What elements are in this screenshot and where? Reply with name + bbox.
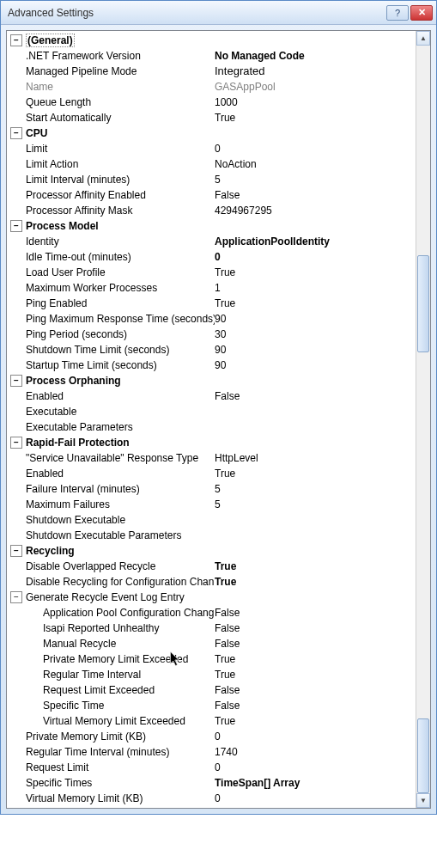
category-general[interactable]: − (General) xyxy=(9,33,428,48)
scrollbar-thumb-upper[interactable] xyxy=(417,255,429,352)
close-button[interactable]: ✕ xyxy=(410,5,433,21)
prop-ping-period[interactable]: Ping Period (seconds) 30 xyxy=(9,327,428,342)
prop-startup-time-limit[interactable]: Startup Time Limit (seconds) 90 xyxy=(9,358,428,373)
prop-manual-recycle[interactable]: Manual Recycle False xyxy=(9,636,428,651)
category-recycling[interactable]: − Recycling xyxy=(9,543,428,559)
prop-value[interactable]: True xyxy=(215,667,413,682)
prop-isapi-unhealthy[interactable]: Isapi Reported Unhealthy False xyxy=(9,620,428,636)
prop-private-memory-exceeded[interactable]: Private Memory Limit Exceeded True xyxy=(9,651,428,667)
prop-managed-pipeline-mode[interactable]: Managed Pipeline Mode Integrated xyxy=(9,64,428,79)
prop-shutdown-executable[interactable]: Shutdown Executable xyxy=(9,512,428,528)
prop-disable-overlapped-recycle[interactable]: Disable Overlapped Recycle True xyxy=(9,559,428,574)
prop-value[interactable]: 90 xyxy=(215,358,413,373)
prop-value[interactable]: 5 xyxy=(215,497,413,512)
prop-private-memory-kb[interactable]: Private Memory Limit (KB) 0 xyxy=(9,729,428,744)
collapse-icon[interactable]: − xyxy=(10,220,22,232)
prop-failure-interval[interactable]: Failure Interval (minutes) 5 xyxy=(9,481,428,497)
prop-value[interactable]: True xyxy=(215,296,413,311)
scroll-down-icon[interactable]: ▼ xyxy=(416,793,430,808)
prop-value[interactable]: True xyxy=(215,574,413,590)
collapse-icon[interactable]: − xyxy=(10,375,22,387)
prop-value[interactable]: False xyxy=(215,698,413,713)
prop-idle-timeout[interactable]: Idle Time-out (minutes) 0 xyxy=(9,249,428,265)
category-process-model[interactable]: − Process Model xyxy=(9,218,428,234)
prop-max-worker-processes[interactable]: Maximum Worker Processes 1 xyxy=(9,280,428,296)
prop-start-automatically[interactable]: Start Automatically True xyxy=(9,110,428,125)
collapse-icon[interactable]: − xyxy=(10,34,22,46)
prop-regular-time-interval-log[interactable]: Regular Time Interval True xyxy=(9,667,428,682)
prop-value[interactable]: 0 xyxy=(215,791,413,806)
prop-regular-time-interval-min[interactable]: Regular Time Interval (minutes) 1740 xyxy=(9,744,428,760)
prop-identity[interactable]: Identity ApplicationPoolIdentity xyxy=(9,234,428,249)
prop-request-limit[interactable]: Request Limit 0 xyxy=(9,760,428,775)
prop-value[interactable]: ApplicationPoolIdentity xyxy=(215,234,413,249)
prop-value[interactable]: True xyxy=(215,110,413,125)
prop-value[interactable]: False xyxy=(215,620,413,636)
prop-value[interactable]: HttpLevel xyxy=(215,450,413,466)
prop-ping-enabled[interactable]: Ping Enabled True xyxy=(9,296,428,311)
scrollbar-thumb-lower[interactable] xyxy=(417,718,429,793)
prop-limit-interval[interactable]: Limit Interval (minutes) 5 xyxy=(9,172,428,187)
prop-value[interactable]: 1 xyxy=(215,280,413,296)
prop-app-pool-config-change[interactable]: Application Pool Configuration Change Fa… xyxy=(9,605,428,620)
prop-value[interactable]: 1740 xyxy=(215,744,413,760)
prop-orphaning-executable-params[interactable]: Executable Parameters xyxy=(9,419,428,435)
prop-orphaning-executable[interactable]: Executable xyxy=(9,404,428,419)
prop-processor-affinity-mask[interactable]: Processor Affinity Mask 4294967295 xyxy=(9,203,428,218)
prop-value[interactable]: NoAction xyxy=(215,156,413,172)
prop-value[interactable]: 90 xyxy=(215,311,413,327)
prop-service-unavailable-type[interactable]: "Service Unavailable" Response Type Http… xyxy=(9,450,428,466)
prop-value[interactable]: No Managed Code xyxy=(215,48,413,64)
prop-request-limit-exceeded[interactable]: Request Limit Exceeded False xyxy=(9,682,428,698)
prop-name[interactable]: Name GASAppPool xyxy=(9,79,428,95)
prop-load-user-profile[interactable]: Load User Profile True xyxy=(9,265,428,280)
prop-value[interactable]: 5 xyxy=(215,481,413,497)
prop-value[interactable]: True xyxy=(215,265,413,280)
prop-rapid-fail-enabled[interactable]: Enabled True xyxy=(9,466,428,481)
prop-processor-affinity-enabled[interactable]: Processor Affinity Enabled False xyxy=(9,187,428,203)
prop-specific-times[interactable]: Specific Times TimeSpan[] Array xyxy=(9,775,428,791)
prop-maximum-failures[interactable]: Maximum Failures 5 xyxy=(9,497,428,512)
prop-virtual-memory-exceeded[interactable]: Virtual Memory Limit Exceeded True xyxy=(9,713,428,729)
prop-value[interactable]: 0 xyxy=(215,760,413,775)
prop-disable-recycling-for-config[interactable]: Disable Recycling for Configuration Chan… xyxy=(9,574,428,590)
category-cpu[interactable]: − CPU xyxy=(9,125,428,141)
prop-value[interactable]: 90 xyxy=(215,342,413,358)
prop-shutdown-time-limit[interactable]: Shutdown Time Limit (seconds) 90 xyxy=(9,342,428,358)
scrollbar-track[interactable] xyxy=(416,46,430,793)
prop-net-framework-version[interactable]: .NET Framework Version No Managed Code xyxy=(9,48,428,64)
collapse-icon[interactable]: − xyxy=(10,591,22,603)
prop-limit-action[interactable]: Limit Action NoAction xyxy=(9,156,428,172)
prop-specific-time-log[interactable]: Specific Time False xyxy=(9,698,428,713)
prop-value[interactable]: 5 xyxy=(215,172,413,187)
prop-value[interactable]: False xyxy=(215,187,413,203)
scroll-up-icon[interactable]: ▲ xyxy=(416,31,430,46)
prop-value[interactable]: 4294967295 xyxy=(215,203,413,218)
prop-value[interactable]: False xyxy=(215,636,413,651)
prop-value[interactable]: TimeSpan[] Array xyxy=(215,775,413,791)
category-rapid-fail[interactable]: − Rapid-Fail Protection xyxy=(9,435,428,450)
collapse-icon[interactable]: − xyxy=(10,545,22,557)
help-button[interactable]: ? xyxy=(386,5,409,21)
prop-value[interactable]: 0 xyxy=(215,249,413,265)
prop-limit[interactable]: Limit 0 xyxy=(9,141,428,156)
prop-value[interactable]: 0 xyxy=(215,141,413,156)
prop-ping-max-response[interactable]: Ping Maximum Response Time (seconds) 90 xyxy=(9,311,428,327)
prop-value[interactable]: True xyxy=(215,466,413,481)
prop-shutdown-executable-params[interactable]: Shutdown Executable Parameters xyxy=(9,528,428,543)
prop-value[interactable]: True xyxy=(215,559,413,574)
prop-value[interactable]: 1000 xyxy=(215,95,413,110)
prop-value[interactable]: True xyxy=(215,713,413,729)
vertical-scrollbar[interactable]: ▲ ▼ xyxy=(416,31,430,808)
prop-orphaning-enabled[interactable]: Enabled False xyxy=(9,388,428,404)
prop-queue-length[interactable]: Queue Length 1000 xyxy=(9,95,428,110)
prop-value[interactable]: 0 xyxy=(215,729,413,744)
prop-value[interactable]: False xyxy=(215,388,413,404)
category-process-orphaning[interactable]: − Process Orphaning xyxy=(9,373,428,388)
titlebar[interactable]: Advanced Settings ? ✕ xyxy=(1,1,436,25)
collapse-icon[interactable]: − xyxy=(10,437,22,449)
prop-value[interactable]: 30 xyxy=(215,327,413,342)
prop-value[interactable]: Integrated xyxy=(215,64,413,79)
prop-value[interactable]: False xyxy=(215,605,413,620)
prop-value[interactable]: False xyxy=(215,682,413,698)
